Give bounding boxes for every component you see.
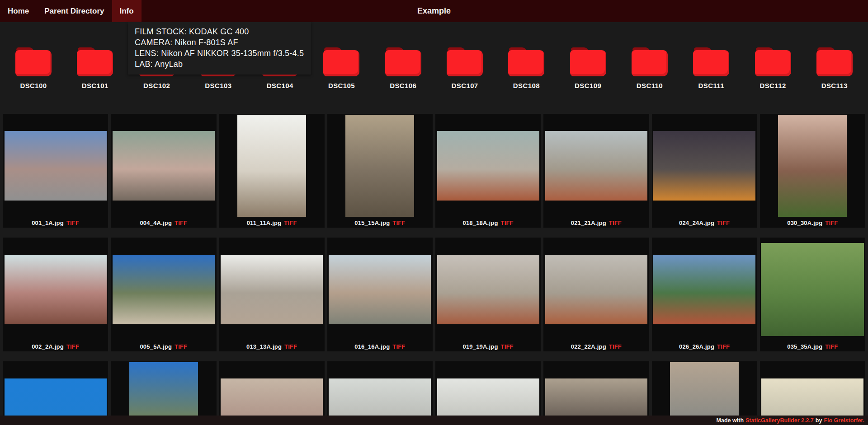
tiff-link[interactable]: TIFF xyxy=(284,220,297,226)
folder-label: DSC110 xyxy=(637,82,663,89)
thumbnail-box xyxy=(111,114,216,218)
tiff-link[interactable]: TIFF xyxy=(66,343,79,350)
folder-icon xyxy=(570,47,606,76)
tiff-link[interactable]: TIFF xyxy=(66,220,79,226)
photo-thumbnail[interactable] xyxy=(113,255,215,324)
tiff-link[interactable]: TIFF xyxy=(825,343,838,350)
author-link[interactable]: Flo Greistorfer. xyxy=(824,417,864,424)
folder-item-dsc106[interactable]: DSC106 xyxy=(382,47,424,89)
photo-thumbnail[interactable] xyxy=(761,243,864,336)
tiff-link[interactable]: TIFF xyxy=(392,343,405,350)
photo-thumbnail[interactable] xyxy=(545,255,647,324)
folder-item-dsc108[interactable]: DSC108 xyxy=(505,47,547,89)
photo-thumbnail[interactable] xyxy=(5,255,107,324)
folder-item-dsc110[interactable]: DSC110 xyxy=(629,47,670,89)
tiff-link[interactable]: TIFF xyxy=(609,220,622,226)
folder-label: DSC113 xyxy=(821,82,848,89)
photo-grid: 001_1A.jpgTIFF004_4A.jpgTIFF011_11A.jpgT… xyxy=(0,114,868,425)
photo-thumbnail[interactable] xyxy=(778,115,847,217)
folder-item-dsc100[interactable]: DSC100 xyxy=(13,47,54,89)
photo-cell: 022_22A.jpgTIFF xyxy=(543,238,649,351)
tiff-link[interactable]: TIFF xyxy=(175,220,187,226)
folder-icon xyxy=(693,47,729,76)
nav-item-home[interactable]: Home xyxy=(0,0,37,22)
folder-body-shape xyxy=(693,50,729,76)
photo-filename: 019_19A.jpg xyxy=(462,343,498,350)
photo-thumbnail[interactable] xyxy=(329,255,431,324)
photo-cell: 016_16A.jpgTIFF xyxy=(327,238,433,351)
thumbnail-box xyxy=(760,114,865,218)
photo-thumbnail[interactable] xyxy=(113,131,215,201)
photo-filename: 002_2A.jpg xyxy=(32,343,64,350)
thumbnail-box xyxy=(435,114,541,218)
footer: Made with StaticGalleryBuilder 2.2.7 by … xyxy=(0,416,868,425)
tiff-link[interactable]: TIFF xyxy=(825,220,838,226)
folder-item-dsc113[interactable]: DSC113 xyxy=(814,47,855,89)
photo-cell: 035_35A.jpgTIFF xyxy=(760,238,865,351)
photo-filename: 013_13A.jpg xyxy=(246,343,282,350)
thumbnail-box xyxy=(219,114,325,218)
builder-link[interactable]: StaticGalleryBuilder 2.2.7 xyxy=(745,417,814,424)
folder-body-shape xyxy=(447,50,483,76)
page-title: Example xyxy=(417,0,451,22)
top-nav: HomeParent DirectoryInfo Example xyxy=(0,0,868,22)
folder-item-dsc111[interactable]: DSC111 xyxy=(690,47,732,89)
photo-cell: 021_21A.jpgTIFF xyxy=(543,114,649,228)
folder-label: DSC104 xyxy=(267,82,293,89)
folder-body-shape xyxy=(508,50,544,76)
tiff-link[interactable]: TIFF xyxy=(501,343,514,350)
folder-item-dsc105[interactable]: DSC105 xyxy=(321,47,362,89)
folder-item-dsc101[interactable]: DSC101 xyxy=(74,47,116,89)
folder-icon xyxy=(15,47,52,76)
folder-label: DSC109 xyxy=(575,82,601,89)
folder-label: DSC111 xyxy=(698,82,724,89)
photo-filename: 011_11A.jpg xyxy=(247,220,282,226)
folder-icon xyxy=(77,47,113,76)
thumbnail-box xyxy=(652,114,757,218)
folder-label: DSC105 xyxy=(328,82,355,89)
tiff-link[interactable]: TIFF xyxy=(609,343,622,350)
thumbnail-box xyxy=(435,238,541,341)
photo-filename: 004_4A.jpg xyxy=(140,220,172,226)
tiff-link[interactable]: TIFF xyxy=(717,220,730,226)
folder-item-dsc109[interactable]: DSC109 xyxy=(567,47,609,89)
tiff-link[interactable]: TIFF xyxy=(392,220,405,226)
photo-thumbnail[interactable] xyxy=(653,131,755,201)
tiff-link[interactable]: TIFF xyxy=(175,343,187,350)
photo-thumbnail[interactable] xyxy=(5,131,107,201)
photo-cell: 002_2A.jpgTIFF xyxy=(3,238,108,351)
photo-label-row: 035_35A.jpgTIFF xyxy=(760,341,865,351)
folder-label: DSC102 xyxy=(143,82,170,89)
photo-thumbnail[interactable] xyxy=(437,255,539,324)
photo-thumbnail[interactable] xyxy=(221,255,323,324)
folder-label: DSC108 xyxy=(513,82,540,89)
photo-label-row: 019_19A.jpgTIFF xyxy=(435,341,541,351)
nav-item-info[interactable]: Info xyxy=(112,0,142,22)
folder-label: DSC103 xyxy=(205,82,231,89)
photo-cell: 026_26A.jpgTIFF xyxy=(652,238,757,351)
photo-thumbnail[interactable] xyxy=(345,115,414,217)
folder-body-shape xyxy=(385,50,421,76)
photo-label-row: 030_30A.jpgTIFF xyxy=(760,218,865,228)
folder-item-dsc112[interactable]: DSC112 xyxy=(752,47,794,89)
thumbnail-box xyxy=(111,238,216,341)
tiff-link[interactable]: TIFF xyxy=(717,343,730,350)
photo-thumbnail[interactable] xyxy=(653,255,755,324)
nav-item-parent-directory[interactable]: Parent Directory xyxy=(37,0,112,22)
photo-thumbnail[interactable] xyxy=(237,115,306,217)
thumbnail-box xyxy=(3,238,108,341)
thumbnail-box xyxy=(219,238,325,341)
photo-filename: 035_35A.jpg xyxy=(787,343,822,350)
folder-icon xyxy=(508,47,544,76)
folder-item-dsc107[interactable]: DSC107 xyxy=(444,47,486,89)
photo-label-row: 001_1A.jpgTIFF xyxy=(3,218,108,228)
photo-thumbnail[interactable] xyxy=(545,131,647,201)
tiff-link[interactable]: TIFF xyxy=(284,343,297,350)
photo-thumbnail[interactable] xyxy=(437,131,539,201)
folder-body-shape xyxy=(816,50,853,76)
photo-cell: 030_30A.jpgTIFF xyxy=(760,114,865,228)
folder-label: DSC100 xyxy=(20,82,47,89)
footer-by: by xyxy=(816,417,822,424)
tiff-link[interactable]: TIFF xyxy=(501,220,514,226)
photo-label-row: 018_18A.jpgTIFF xyxy=(435,218,541,228)
